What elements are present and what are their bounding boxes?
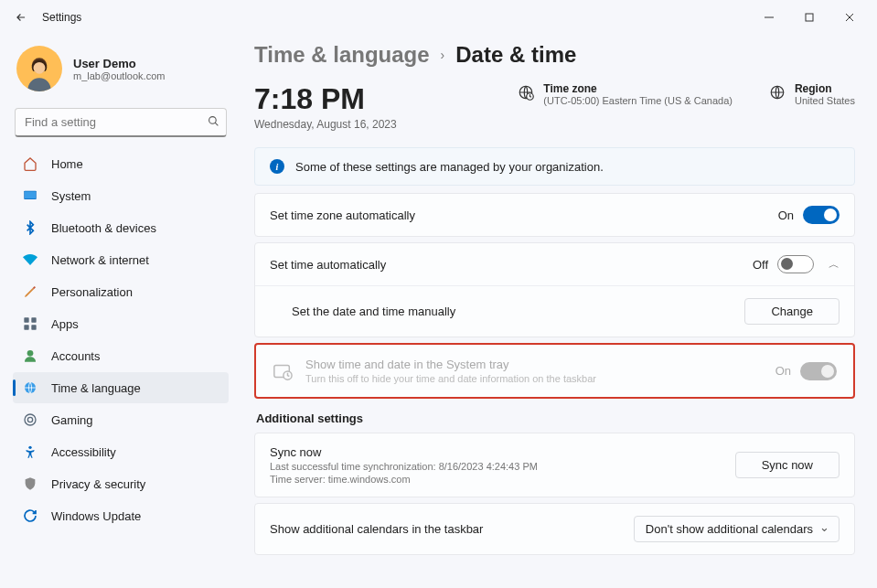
set-timezone-auto-row[interactable]: Set time zone automatically On: [255, 194, 854, 236]
sidebar-item-label: Time & language: [51, 381, 141, 395]
timezone-value: (UTC-05:00) Eastern Time (US & Canada): [543, 95, 733, 106]
row-label: Set the date and time manually: [292, 305, 455, 318]
sync-now-button[interactable]: Sync now: [735, 452, 840, 478]
chevron-up-icon[interactable]: ︿: [829, 257, 840, 273]
svg-line-7: [215, 123, 218, 125]
additional-settings-heading: Additional settings: [256, 412, 855, 425]
time-auto-toggle[interactable]: [777, 255, 814, 273]
search-wrap: [15, 108, 227, 137]
timezone-auto-toggle[interactable]: [803, 206, 840, 224]
sync-last: Last successful time synchronization: 8/…: [270, 461, 538, 472]
nav: Home System Bluetooth & devices Network …: [13, 148, 229, 531]
system-icon: [22, 187, 38, 204]
search-input[interactable]: [15, 108, 227, 137]
breadcrumb: Time & language › Date & time: [254, 42, 855, 68]
update-icon: [22, 508, 38, 524]
window-controls: [749, 4, 870, 31]
svg-point-14: [27, 350, 34, 357]
sidebar-item-windows-update[interactable]: Windows Update: [13, 500, 229, 531]
svg-rect-9: [25, 191, 36, 198]
sidebar-item-label: Privacy & security: [51, 477, 145, 491]
org-managed-banner: i Some of these settings are managed by …: [254, 147, 855, 186]
sidebar-item-personalization[interactable]: Personalization: [13, 276, 229, 307]
gaming-icon: [22, 412, 38, 428]
sidebar-item-label: Gaming: [51, 413, 93, 427]
close-button[interactable]: [829, 4, 870, 31]
timezone-label: Time zone: [543, 82, 733, 95]
bluetooth-icon: [22, 219, 38, 236]
sidebar-item-apps[interactable]: Apps: [13, 308, 229, 339]
svg-rect-13: [31, 325, 36, 329]
sidebar-item-network[interactable]: Network & internet: [13, 244, 229, 275]
breadcrumb-current: Date & time: [455, 42, 576, 68]
timezone-globe-icon: [518, 84, 534, 101]
change-button[interactable]: Change: [744, 298, 840, 325]
sidebar: User Demo m_lab@outlook.com Home System …: [0, 35, 238, 588]
sidebar-item-label: Home: [51, 157, 83, 171]
set-time-auto-row[interactable]: Set time automatically Off ︿: [255, 243, 854, 285]
set-time-manual-row: Set the date and time manually Change: [255, 285, 854, 337]
sidebar-item-bluetooth[interactable]: Bluetooth & devices: [13, 212, 229, 243]
sidebar-item-label: Bluetooth & devices: [51, 221, 156, 235]
apps-icon: [22, 315, 38, 332]
row-label: Show additional calendars in the taskbar: [270, 522, 483, 536]
sidebar-item-home[interactable]: Home: [13, 148, 229, 179]
person-icon: [22, 347, 38, 364]
back-button[interactable]: [7, 4, 35, 31]
sidebar-item-system[interactable]: System: [13, 180, 229, 211]
chevron-right-icon: ›: [441, 48, 445, 62]
profile-block[interactable]: User Demo m_lab@outlook.com: [13, 40, 229, 104]
profile-email: m_lab@outlook.com: [73, 70, 165, 81]
maximize-button[interactable]: [789, 4, 829, 31]
sidebar-item-label: Accounts: [51, 349, 100, 363]
taskbar-clock-icon: [273, 361, 293, 381]
sidebar-item-label: Windows Update: [51, 509, 141, 523]
profile-name: User Demo: [73, 57, 165, 70]
clock-block: 7:18 PM Wednesday, August 16, 2023: [254, 82, 397, 131]
sync-now-row: Sync now Last successful time synchroniz…: [255, 433, 854, 497]
sync-card: Sync now Last successful time synchroniz…: [254, 433, 855, 497]
additional-calendars-select[interactable]: Don't show additional calendars: [634, 516, 840, 542]
timezone-auto-card: Set time zone automatically On: [254, 193, 855, 237]
sidebar-item-label: System: [51, 189, 91, 203]
toggle-state-label: Off: [753, 258, 768, 272]
calendars-card: Show additional calendars in the taskbar…: [254, 503, 855, 555]
info-icon: i: [270, 159, 284, 174]
wifi-icon: [22, 251, 38, 268]
timezone-block[interactable]: Time zone (UTC-05:00) Eastern Time (US &…: [518, 82, 733, 106]
main-content: Time & language › Date & time 7:18 PM We…: [238, 35, 877, 588]
region-label: Region: [795, 82, 855, 95]
sidebar-item-label: Apps: [51, 317, 79, 331]
svg-point-5: [34, 62, 46, 74]
svg-rect-11: [31, 317, 36, 322]
region-block[interactable]: Region United States: [769, 82, 855, 106]
row-sublabel: Turn this off to hide your time and date…: [305, 373, 596, 384]
svg-point-6: [209, 117, 217, 124]
sidebar-item-label: Personalization: [51, 285, 133, 299]
globe-clock-icon: [22, 380, 38, 396]
svg-rect-12: [24, 325, 28, 329]
time-auto-card: Set time automatically Off ︿ Set the dat…: [254, 242, 855, 337]
sync-title: Sync now: [270, 445, 538, 459]
current-date: Wednesday, August 16, 2023: [254, 118, 397, 131]
sidebar-item-label: Network & internet: [51, 253, 149, 267]
home-icon: [22, 155, 38, 172]
systray-toggle-disabled: [800, 362, 837, 380]
paint-icon: [22, 283, 38, 300]
minimize-button[interactable]: [749, 4, 789, 31]
titlebar: Settings: [0, 0, 877, 35]
toggle-state-label: On: [775, 364, 791, 378]
sidebar-item-time-language[interactable]: Time & language: [13, 372, 229, 403]
svg-rect-1: [806, 14, 813, 21]
row-label: Set time automatically: [270, 258, 386, 272]
search-icon: [208, 115, 219, 130]
sidebar-item-accessibility[interactable]: Accessibility: [13, 436, 229, 467]
sidebar-item-accounts[interactable]: Accounts: [13, 340, 229, 371]
svg-rect-10: [24, 317, 28, 322]
breadcrumb-parent[interactable]: Time & language: [254, 42, 430, 68]
sidebar-item-privacy[interactable]: Privacy & security: [13, 468, 229, 499]
systray-row: Show time and date in the System tray Tu…: [256, 345, 853, 397]
sidebar-item-gaming[interactable]: Gaming: [13, 404, 229, 435]
banner-text: Some of these settings are managed by yo…: [295, 160, 604, 174]
region-value: United States: [795, 95, 855, 106]
